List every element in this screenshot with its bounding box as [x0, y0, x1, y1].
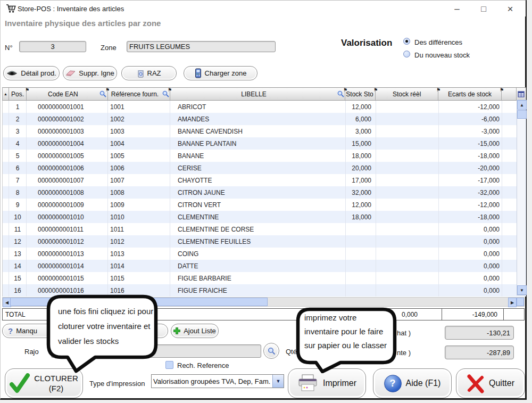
- type-impression-select[interactable]: Valorisation groupées TVA, Dep, Fam. ▼: [151, 374, 284, 388]
- ajout-liste-button[interactable]: Ajout Liste: [171, 324, 219, 338]
- scroll-up-button[interactable]: ▲: [517, 100, 527, 110]
- cell-ecarts: 0,000: [439, 223, 502, 235]
- header-ecarts[interactable]: Ecarts de stock: [438, 88, 502, 100]
- cell-ref: 1004: [108, 137, 170, 150]
- sort-header[interactable]: ▲: [3, 88, 9, 100]
- search-button[interactable]: [263, 343, 279, 359]
- cell-stock: 32,000: [346, 186, 376, 199]
- cell-ecarts: -15,000: [439, 137, 502, 150]
- cell-libelle: BANANE PLANTAIN: [170, 137, 346, 150]
- column-pin-icon: ⚑: [373, 88, 378, 93]
- cell-reel: [376, 150, 439, 162]
- table-row[interactable]: 10 0000000001010 1010 CLEMENTINE 18,000 …: [3, 211, 526, 223]
- left-arrow-icon: ◀: [5, 300, 9, 305]
- table-row[interactable]: 14 0000000001014 1014 DATTE 0,000: [3, 260, 526, 272]
- column-pin-icon: ⚑: [436, 88, 440, 93]
- cell-ean: 0000000001014: [27, 260, 108, 272]
- cell-reel: [376, 223, 439, 235]
- cell-ref: 1007: [108, 174, 170, 186]
- cell-filler: [502, 186, 517, 199]
- table-row[interactable]: 2 0000000001002 1002 AMANDES 6,000 -6,00…: [3, 113, 526, 125]
- cell-libelle: FIGUE FRAICHE: [170, 284, 346, 297]
- table-row[interactable]: 8 0000000001008 1008 CITRON JAUNE 32,000…: [3, 186, 526, 199]
- cell-marker: [3, 211, 9, 223]
- cell-ean: 0000000001012: [27, 235, 108, 248]
- cell-marker: [3, 199, 9, 211]
- chevron-down-icon: ▼: [276, 379, 281, 384]
- cell-ecarts: 0,000: [439, 260, 502, 272]
- cell-stock: [346, 272, 376, 284]
- cell-ref: 1008: [108, 186, 170, 199]
- radio-du-nouveau-stock[interactable]: [403, 51, 410, 57]
- vertical-scroll-thumb[interactable]: [517, 110, 527, 119]
- cell-ecarts: -12,000: [439, 101, 502, 113]
- vertical-scrollbar[interactable]: ▲ ▼: [517, 100, 526, 295]
- cell-pos: 3: [9, 125, 27, 137]
- dropdown-button[interactable]: ▼: [272, 375, 284, 388]
- num-field[interactable]: 3: [19, 41, 86, 52]
- raz-button[interactable]: RAZ: [121, 66, 177, 80]
- cell-pos: 12: [9, 235, 27, 248]
- title-bar: Store-POS : Inventaire des articles – □ …: [1, 1, 526, 17]
- table-row[interactable]: 13 0000000001013 1013 COING 0,000: [3, 248, 526, 260]
- close-button[interactable]: ×: [500, 3, 521, 15]
- cell-libelle: CERISE: [170, 162, 346, 174]
- cell-ref: 1014: [108, 260, 170, 272]
- table-corner-button[interactable]: [517, 88, 526, 100]
- cell-marker: [3, 260, 9, 272]
- header-code-ean[interactable]: Code EAN: [27, 88, 108, 100]
- header-stock-reel[interactable]: Stock réèl: [376, 88, 438, 100]
- red-x-icon: [467, 373, 485, 393]
- cell-libelle: BANANE CAVENDISH: [170, 125, 346, 137]
- table-row[interactable]: 4 0000000001004 1004 BANANE PLANTAIN 15,…: [3, 137, 526, 150]
- maximize-button[interactable]: □: [473, 3, 494, 15]
- header-stock[interactable]: Stock Sto: [345, 88, 376, 100]
- minimize-button[interactable]: –: [446, 3, 468, 15]
- total-label: TOTAL: [5, 311, 26, 318]
- charger-zone-button[interactable]: Charger zone: [184, 66, 257, 80]
- table-row[interactable]: 11 0000000001011 1011 CLEMENTINE DE CORS…: [3, 223, 526, 235]
- cell-libelle: CITRON JAUNE: [170, 186, 346, 199]
- table-row[interactable]: 3 0000000001003 1003 BANANE CAVENDISH 3,…: [3, 125, 526, 137]
- cell-libelle: FIGUE BARBARIE: [170, 272, 346, 284]
- radio-des-differences[interactable]: [403, 38, 410, 45]
- cell-ref: 1010: [108, 211, 170, 223]
- cell-pos: 14: [9, 260, 27, 272]
- cell-ecarts: 0,000: [439, 272, 502, 284]
- manquants-label: Manqu: [16, 327, 37, 335]
- cell-stock: 12,000: [346, 101, 376, 113]
- table-row[interactable]: 15 0000000001015 1015 FIGUE BARBARIE 0,0…: [3, 272, 526, 284]
- scroll-down-button[interactable]: ▼: [517, 285, 527, 295]
- detail-prod-button[interactable]: Détail prod.: [3, 66, 60, 80]
- grid-icon: [518, 91, 525, 97]
- table-row[interactable]: 5 0000000001005 1005 BANANE 18,000 -18,0…: [3, 150, 526, 162]
- scroll-right-button[interactable]: ▶: [508, 298, 517, 307]
- table-row[interactable]: 1 0000000001001 1001 ABRICOT 12,000 -12,…: [3, 101, 526, 113]
- rech-reference-checkbox[interactable]: [165, 361, 173, 369]
- zone-field[interactable]: FRUITS LEGUMES: [127, 41, 276, 52]
- table-row[interactable]: 12 0000000001012 1012 CLEMENTINE FEUILLE…: [3, 235, 526, 248]
- terminal-icon: [195, 68, 202, 78]
- table-row[interactable]: 9 0000000001009 1009 CITRON VERT 12,000 …: [3, 199, 526, 211]
- cell-stock: 18,000: [346, 150, 376, 162]
- callout-text: cloturer votre inventaire et: [58, 322, 150, 331]
- header-libelle[interactable]: LIBELLE: [170, 88, 346, 100]
- table-row[interactable]: 7 0000000001007 1007 CHAYOTTE 17,000 -17…: [3, 174, 526, 186]
- help-icon: ?: [384, 375, 402, 392]
- header-reference[interactable]: Référence fourn.: [108, 88, 170, 100]
- cell-ecarts: 0,000: [439, 248, 502, 260]
- cell-ean: 0000000001006: [27, 162, 108, 174]
- quitter-button[interactable]: Quitter: [456, 368, 525, 398]
- column-pin-icon: ⚑: [25, 88, 29, 93]
- rajout-label: Rajo: [24, 348, 39, 356]
- header-pos[interactable]: Pos.: [9, 88, 27, 100]
- cell-ean: 0000000001005: [27, 150, 108, 162]
- callout-text: sur papier ou le classer: [304, 341, 387, 350]
- cell-pos: 5: [9, 150, 27, 162]
- ajout-liste-label: Ajout Liste: [184, 327, 216, 335]
- cell-ecarts: -20,000: [439, 162, 502, 174]
- cell-stock: 3,000: [346, 125, 376, 137]
- table-row[interactable]: 6 0000000001006 1006 CERISE 20,000 -20,0…: [3, 162, 526, 174]
- suppr-ligne-button[interactable]: Suppr. Igne: [63, 66, 117, 80]
- cell-ecarts: -3,000: [439, 125, 502, 137]
